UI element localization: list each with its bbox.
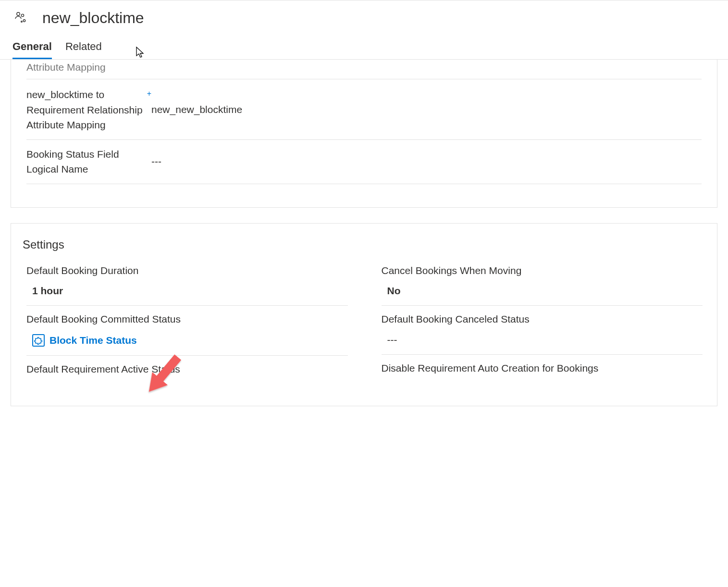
setting-value[interactable]: --- bbox=[382, 327, 703, 349]
setting-default-booking-duration[interactable]: Default Booking Duration 1 hour bbox=[26, 257, 348, 306]
row-booking-status-field[interactable]: Booking Status Field Logical Name --- bbox=[26, 140, 702, 184]
page-title: new_blocktime bbox=[42, 9, 144, 27]
entity-icon bbox=[13, 11, 27, 25]
settings-left-col: Default Booking Duration 1 hour Default … bbox=[26, 257, 348, 383]
field-label: Booking Status Field Logical Name bbox=[26, 147, 151, 177]
settings-right-col: Cancel Bookings When Moving No Default B… bbox=[382, 257, 703, 383]
upper-panel: Attribute Mapping new_blocktime to Requi… bbox=[11, 60, 717, 208]
setting-label: Cancel Bookings When Moving bbox=[382, 257, 703, 279]
svg-point-3 bbox=[21, 21, 23, 22]
setting-cancel-when-moving[interactable]: Cancel Bookings When Moving No bbox=[382, 257, 703, 306]
field-value[interactable]: new_new_blocktime bbox=[151, 104, 702, 115]
tab-general[interactable]: General bbox=[12, 40, 52, 59]
plus-icon: + bbox=[147, 88, 151, 100]
lookup-text[interactable]: Block Time Status bbox=[49, 335, 137, 346]
svg-point-1 bbox=[21, 14, 24, 16]
setting-default-active-status[interactable]: Default Requirement Active Status bbox=[26, 356, 348, 383]
section-title-settings: Settings bbox=[11, 224, 717, 257]
setting-label: Default Booking Duration bbox=[26, 257, 348, 279]
tab-related[interactable]: Related bbox=[65, 40, 102, 59]
setting-disable-auto-creation[interactable]: Disable Requirement Auto Creation for Bo… bbox=[382, 355, 703, 382]
partial-row-label: Attribute Mapping bbox=[26, 59, 702, 79]
setting-default-committed-status[interactable]: Default Booking Committed Status Block T… bbox=[26, 306, 348, 356]
lookup-value[interactable]: Block Time Status bbox=[26, 327, 348, 350]
setting-value[interactable]: No bbox=[382, 278, 703, 300]
setting-label: Default Requirement Active Status bbox=[26, 356, 348, 377]
settings-panel: Settings Default Booking Duration 1 hour… bbox=[11, 223, 717, 407]
setting-default-canceled-status[interactable]: Default Booking Canceled Status --- bbox=[382, 306, 703, 355]
svg-point-0 bbox=[17, 12, 20, 15]
svg-point-2 bbox=[23, 19, 25, 21]
tab-bar: General Related bbox=[0, 27, 728, 60]
field-value[interactable]: --- bbox=[151, 156, 702, 167]
row-attribute-mapping[interactable]: new_blocktime to Requirement Relationshi… bbox=[26, 80, 702, 140]
setting-value[interactable]: 1 hour bbox=[26, 278, 348, 300]
setting-label: Default Booking Canceled Status bbox=[382, 306, 703, 327]
label-text: new_blocktime to Requirement Relationshi… bbox=[26, 89, 143, 130]
setting-label: Default Booking Committed Status bbox=[26, 306, 348, 327]
field-label: new_blocktime to Requirement Relationshi… bbox=[26, 87, 151, 133]
puzzle-icon bbox=[32, 334, 45, 347]
setting-label: Disable Requirement Auto Creation for Bo… bbox=[382, 355, 703, 376]
form-header: new_blocktime bbox=[0, 0, 728, 27]
